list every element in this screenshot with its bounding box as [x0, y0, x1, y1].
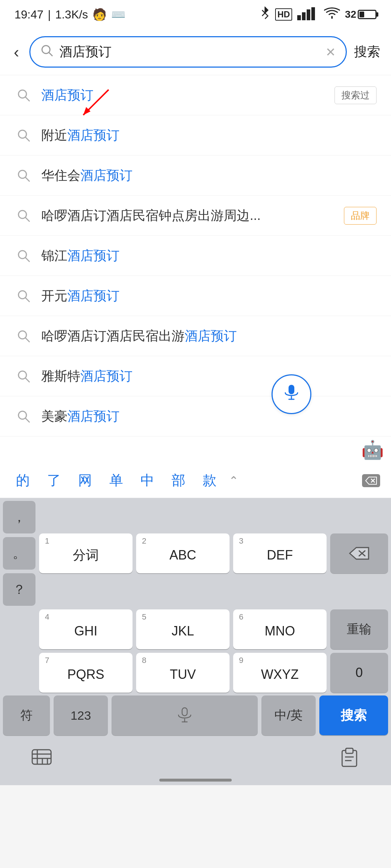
candidate-delete-icon	[362, 474, 380, 487]
key-search-action[interactable]: 搜索	[319, 695, 388, 735]
suggestion-text-4: 哈啰酒店订酒店民宿钟点房出游周边...	[41, 207, 338, 225]
search-box[interactable]: 酒店预订 ✕	[29, 36, 347, 68]
key-6-mno[interactable]: 6 MNO	[233, 609, 327, 649]
key-question[interactable]: ？	[3, 573, 35, 606]
suggestion-text-2: 附近酒店预订	[41, 127, 377, 144]
svg-rect-24	[289, 385, 294, 394]
suggestion-search-icon-2	[14, 126, 33, 144]
svg-rect-36	[32, 750, 51, 764]
candidate-de[interactable]: 的	[7, 468, 38, 493]
key-right-col-1	[330, 533, 388, 573]
key-row-1: ， 。 ？ 1 分词 2 ABC 3 DEF	[3, 501, 388, 606]
svg-line-7	[25, 97, 29, 101]
suggestion-item-7[interactable]: 哈啰酒店订酒店民宿出游酒店预订	[0, 316, 391, 356]
svg-line-23	[25, 378, 29, 382]
status-time: 19:47	[14, 8, 43, 21]
suggestion-search-icon-8	[14, 367, 33, 385]
key-lang[interactable]: 中/英	[261, 695, 316, 735]
status-network-speed: 1.3K/s	[55, 8, 88, 21]
svg-line-15	[25, 217, 29, 221]
key-4-ghi[interactable]: 4 GHI	[39, 609, 133, 649]
search-box-icon	[41, 44, 54, 60]
key-9-wxyz[interactable]: 9 WXYZ	[233, 653, 327, 693]
key-0[interactable]: 0	[330, 653, 388, 693]
suggestion-text-8: 雅斯特酒店预订	[41, 367, 377, 385]
candidate-more: ⌃	[225, 474, 242, 488]
svg-point-4	[42, 46, 50, 54]
clipboard-icon[interactable]	[337, 744, 362, 770]
key-backspace[interactable]	[330, 533, 388, 573]
key-8-tuv[interactable]: 8 TUV	[136, 653, 230, 693]
key-fu[interactable]: 符	[3, 695, 50, 735]
svg-rect-43	[346, 748, 353, 753]
key-comma[interactable]: ，	[3, 501, 35, 533]
key-right-col-2: 重输	[330, 609, 388, 649]
candidate-kuan[interactable]: 款	[194, 468, 225, 493]
key-grid-row1: 1 分词 2 ABC 3 DEF	[39, 533, 327, 573]
svg-rect-33	[182, 708, 187, 716]
hd-badge: HD	[275, 8, 292, 21]
signal-icon	[297, 7, 319, 23]
key-chongshu[interactable]: 重输	[330, 609, 388, 649]
suggestion-search-icon-5	[14, 247, 33, 265]
voice-button[interactable]	[272, 374, 311, 414]
suggestion-text-9: 美豪酒店预订	[41, 408, 377, 425]
suggestion-search-icon-9	[14, 407, 33, 425]
suggestion-item-3[interactable]: 华住会酒店预订	[0, 156, 391, 196]
keyboard-switch-icon[interactable]	[29, 744, 54, 770]
suggestion-text-1: 酒店预订	[41, 86, 329, 104]
search-bar-container: ‹ 酒店预订 ✕ 搜索	[0, 29, 391, 75]
nav-bar	[159, 779, 232, 782]
keyboard-robot-icon[interactable]: 🤖	[361, 439, 384, 460]
back-button[interactable]: ‹	[11, 40, 22, 64]
svg-line-19	[25, 298, 29, 302]
voice-mic-icon	[282, 383, 300, 405]
suggestion-text-3: 华住会酒店预订	[41, 167, 377, 184]
key-period[interactable]: 。	[3, 537, 35, 570]
key-row-2: 4 GHI 5 JKL 6 MNO 重输	[39, 609, 388, 649]
key-left-col-1: ， 。 ？	[3, 501, 35, 606]
key-right-col-3: 0	[330, 653, 388, 693]
search-input[interactable]: 酒店预订	[59, 43, 320, 61]
suggestion-item-2[interactable]: 附近酒店预订	[0, 115, 391, 156]
key-3-def[interactable]: 3 DEF	[233, 533, 327, 573]
suggestion-item-1[interactable]: 酒店预订 搜索过	[0, 75, 391, 115]
candidate-dan[interactable]: 单	[101, 468, 132, 493]
candidate-zhong[interactable]: 中	[132, 468, 163, 493]
status-right: HD 32	[260, 7, 377, 23]
suggestion-badge-1: 搜索过	[335, 86, 377, 104]
candidate-delete-button[interactable]	[358, 470, 384, 492]
key-7-pqrs[interactable]: 7 PQRS	[39, 653, 133, 693]
suggestion-list: 酒店预订 搜索过 附近酒店预订 华住会酒店预订	[0, 75, 391, 437]
status-emoji: 🧑	[92, 8, 107, 21]
key-1-fenci[interactable]: 1 分词	[39, 533, 133, 573]
key-grid-row3: 7 PQRS 8 TUV 9 WXYZ	[39, 653, 327, 693]
candidate-wang[interactable]: 网	[70, 468, 101, 493]
suggestion-search-icon-4	[14, 207, 33, 225]
suggestion-item-5[interactable]: 锦江酒店预订	[0, 236, 391, 276]
suggestion-item-9[interactable]: 美豪酒店预订	[0, 396, 391, 437]
suggestion-text-6: 开元酒店预订	[41, 287, 377, 305]
svg-line-11	[25, 137, 29, 141]
search-clear-button[interactable]: ✕	[325, 45, 336, 59]
key-space-mic[interactable]	[112, 695, 258, 735]
svg-line-5	[49, 52, 52, 56]
search-submit-button[interactable]: 搜索	[354, 43, 380, 61]
candidate-le[interactable]: 了	[38, 468, 70, 493]
status-bar: 19:47 | 1.3K/s 🧑 ⌨️ HD	[0, 0, 391, 29]
key-2-abc[interactable]: 2 ABC	[136, 533, 230, 573]
bluetooth-icon	[260, 7, 270, 23]
candidate-bu[interactable]: 部	[163, 468, 194, 493]
key-5-jkl[interactable]: 5 JKL	[136, 609, 230, 649]
svg-rect-2	[307, 9, 310, 20]
svg-rect-1	[302, 12, 306, 20]
key-123[interactable]: 123	[54, 695, 108, 735]
svg-marker-9	[83, 107, 91, 115]
svg-line-21	[25, 338, 29, 342]
suggestion-item-4[interactable]: 哈啰酒店订酒店民宿钟点房出游周边... 品牌	[0, 196, 391, 236]
suggestion-brand-badge-4: 品牌	[344, 207, 377, 225]
suggestion-item-6[interactable]: 开元酒店预订	[0, 276, 391, 316]
keyboard-area: 🤖 的 了 网 单 中 部 款 ⌃ ， 。 ？	[0, 437, 391, 785]
suggestion-item-8[interactable]: 雅斯特酒店预订	[0, 356, 391, 396]
wifi-icon	[324, 7, 340, 22]
